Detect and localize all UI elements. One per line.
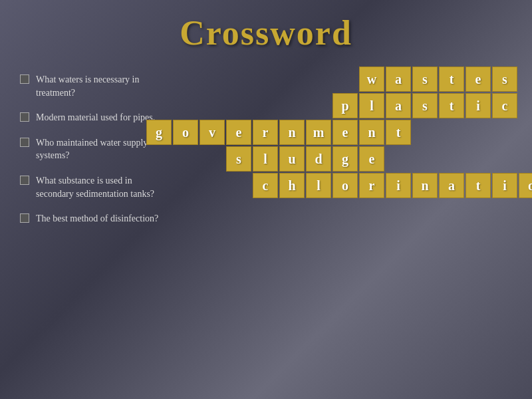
cell-sludge-2: u bbox=[279, 146, 305, 172]
cell-chlorination-8: t bbox=[466, 173, 491, 198]
cell-sludge-0: s bbox=[226, 146, 251, 172]
cell-plastic-3: s bbox=[412, 93, 438, 118]
clue-checkbox-5[interactable] bbox=[20, 213, 29, 223]
cell-chlorination-9: i bbox=[492, 173, 517, 198]
cell-chlorination-2: l bbox=[306, 173, 331, 198]
clue-item-2: Modern material used for pipes. bbox=[20, 111, 166, 124]
cell-wastes-5: s bbox=[492, 66, 517, 92]
cell-chlorination-3: o bbox=[332, 173, 358, 198]
cell-chlorination-6: n bbox=[412, 173, 438, 198]
clue-item-4: What substance is used in secondary sedi… bbox=[20, 174, 166, 200]
clue-text-2: Modern material used for pipes. bbox=[36, 111, 155, 124]
cell-sludge-1: l bbox=[253, 146, 278, 172]
clue-item-1: What waters is necessary in treatment? bbox=[20, 73, 166, 99]
cell-government-2: v bbox=[200, 120, 225, 145]
cell-sludge-4: g bbox=[332, 146, 358, 172]
cell-wastes-4: e bbox=[466, 66, 491, 92]
title: Crossword bbox=[0, 0, 532, 53]
cell-chlorination-5: i bbox=[386, 173, 411, 198]
cell-chlorination-7: a bbox=[439, 173, 464, 198]
cell-wastes-1: a bbox=[386, 66, 411, 92]
clues-section: What waters is necessary in treatment? M… bbox=[20, 73, 166, 237]
clue-item-3: Who maintained water supply systems? bbox=[20, 136, 166, 162]
cell-wastes-3: t bbox=[439, 66, 464, 92]
cell-wastes-2: s bbox=[412, 66, 438, 92]
cell-chlorination-0: c bbox=[253, 173, 278, 198]
cell-government-1: o bbox=[173, 120, 198, 145]
cell-government-6: m bbox=[306, 120, 331, 145]
cell-plastic-0: p bbox=[332, 93, 358, 118]
cell-chlorination-10: o bbox=[519, 173, 532, 198]
cell-government-4: r bbox=[253, 120, 278, 145]
cell-plastic-1: l bbox=[359, 93, 384, 118]
clue-text-5: The best method of disinfection? bbox=[36, 212, 158, 225]
cell-government-7: e bbox=[332, 120, 358, 145]
cell-plastic-6: c bbox=[492, 93, 517, 118]
cell-government-3: e bbox=[226, 120, 251, 145]
cell-government-9: t bbox=[386, 120, 411, 145]
cell-plastic-5: i bbox=[466, 93, 491, 118]
cell-chlorination-4: r bbox=[359, 173, 384, 198]
cell-plastic-2: a bbox=[386, 93, 411, 118]
cell-government-0: g bbox=[146, 120, 172, 145]
clue-checkbox-1[interactable] bbox=[20, 74, 29, 84]
clue-text-1: What waters is necessary in treatment? bbox=[36, 73, 166, 99]
clue-checkbox-2[interactable] bbox=[20, 112, 29, 122]
cell-sludge-5: e bbox=[359, 146, 384, 172]
clue-checkbox-4[interactable] bbox=[20, 176, 29, 185]
cell-plastic-4: t bbox=[439, 93, 464, 118]
cell-government-5: n bbox=[279, 120, 305, 145]
cell-sludge-3: d bbox=[306, 146, 331, 172]
clue-item-5: The best method of disinfection? bbox=[20, 212, 166, 225]
cell-wastes-0: w bbox=[359, 66, 384, 92]
clue-checkbox-3[interactable] bbox=[20, 138, 29, 147]
cell-government-8: n bbox=[359, 120, 384, 145]
clue-text-4: What substance is used in secondary sedi… bbox=[36, 174, 166, 200]
cell-chlorination-1: h bbox=[279, 173, 305, 198]
